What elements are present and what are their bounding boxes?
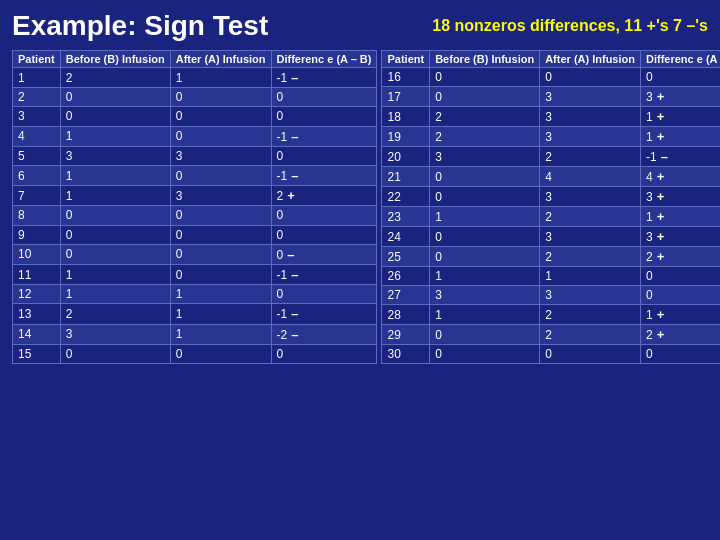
left-col-patient: Patient	[13, 51, 61, 68]
table-cell: 22	[382, 187, 430, 207]
table-cell: 6	[13, 165, 61, 185]
table-cell: 1	[170, 304, 271, 324]
negative-sign: –	[661, 149, 668, 164]
right-table: Patient Before (B) Infusion After (A) In…	[381, 50, 720, 364]
negative-sign: –	[291, 168, 298, 183]
table-row: 2032-1–	[382, 147, 720, 167]
positive-sign: +	[287, 188, 295, 203]
table-cell: 25	[382, 247, 430, 267]
table-cell: 3	[540, 107, 641, 127]
table-cell: 0	[430, 167, 540, 187]
positive-sign: +	[657, 249, 665, 264]
table-cell: -1–	[271, 126, 377, 146]
table-cell: 2	[540, 207, 641, 227]
table-cell: 20	[382, 147, 430, 167]
table-cell: 28	[382, 305, 430, 325]
table-row: 3000	[13, 107, 377, 126]
table-row: 610-1–	[13, 165, 377, 185]
table-cell: 2	[60, 304, 170, 324]
table-row: 16000	[382, 68, 720, 87]
table-cell: 0	[170, 88, 271, 107]
table-cell: 27	[382, 286, 430, 305]
table-cell: 0	[540, 68, 641, 87]
table-cell: 19	[382, 127, 430, 147]
table-cell: 1+	[640, 207, 720, 227]
table-cell: 5	[13, 146, 61, 165]
table-cell: 3	[540, 127, 641, 147]
table-cell: 0	[170, 244, 271, 264]
table-cell: 1	[60, 285, 170, 304]
positive-sign: +	[657, 129, 665, 144]
table-cell: 3	[13, 107, 61, 126]
right-col-patient: Patient	[382, 51, 430, 68]
table-cell: 0	[170, 264, 271, 284]
table-cell: 3	[60, 146, 170, 165]
table-cell: 3	[60, 324, 170, 344]
table-cell: 1	[540, 267, 641, 286]
positive-sign: +	[657, 89, 665, 104]
table-cell: 3	[170, 146, 271, 165]
table-cell: 0	[271, 88, 377, 107]
table-cell: 2+	[271, 186, 377, 206]
table-cell: 14	[13, 324, 61, 344]
table-cell: 12	[13, 285, 61, 304]
table-cell: 3	[540, 87, 641, 107]
table-cell: 2+	[640, 247, 720, 267]
table-cell: 1	[60, 186, 170, 206]
positive-sign: +	[657, 327, 665, 342]
positive-sign: +	[657, 229, 665, 244]
table-row: 1321-1–	[13, 304, 377, 324]
table-cell: 2	[540, 325, 641, 345]
table-cell: 11	[13, 264, 61, 284]
positive-sign: +	[657, 189, 665, 204]
left-col-diff: Differenc e (A – B)	[271, 51, 377, 68]
table-cell: 2+	[640, 325, 720, 345]
table-cell: 0	[430, 87, 540, 107]
table-cell: 0	[430, 345, 540, 364]
left-col-after: After (A) Infusion	[170, 51, 271, 68]
table-row: 2000	[13, 88, 377, 107]
table-cell: 2	[60, 68, 170, 88]
table-cell: 24	[382, 227, 430, 247]
table-cell: -1–	[271, 165, 377, 185]
page: Example: Sign Test 18 nonzeros differenc…	[0, 0, 720, 540]
table-cell: 0	[170, 107, 271, 126]
table-cell: 0	[271, 146, 377, 165]
table-row: 22033+	[382, 187, 720, 207]
table-cell: 0	[60, 225, 170, 244]
negative-sign: –	[287, 247, 294, 262]
table-cell: 4+	[640, 167, 720, 187]
table-cell: 15	[13, 344, 61, 363]
left-table-header-row: Patient Before (B) Infusion After (A) In…	[13, 51, 377, 68]
table-row: 19231+	[382, 127, 720, 147]
table-cell: 0	[170, 206, 271, 225]
table-cell: 0	[271, 285, 377, 304]
table-cell: 0	[170, 344, 271, 363]
negative-sign: –	[291, 327, 298, 342]
table-row: 30000	[382, 345, 720, 364]
table-container: Patient Before (B) Infusion After (A) In…	[12, 50, 708, 364]
negative-sign: –	[291, 70, 298, 85]
table-cell: 1	[430, 305, 540, 325]
table-cell: 3	[170, 186, 271, 206]
table-cell: 3+	[640, 227, 720, 247]
table-cell: 23	[382, 207, 430, 227]
table-cell: -1–	[271, 264, 377, 284]
negative-sign: –	[291, 129, 298, 144]
header-row: Example: Sign Test 18 nonzeros differenc…	[12, 10, 708, 42]
table-cell: 0	[271, 225, 377, 244]
table-cell: 0	[60, 88, 170, 107]
table-cell: -1–	[640, 147, 720, 167]
table-cell: 1	[170, 68, 271, 88]
table-cell: -2–	[271, 324, 377, 344]
table-row: 17033+	[382, 87, 720, 107]
table-row: 7132+	[13, 186, 377, 206]
table-cell: 0	[430, 325, 540, 345]
table-cell: 3	[540, 286, 641, 305]
table-cell: 0	[540, 345, 641, 364]
table-row: 23121+	[382, 207, 720, 227]
table-cell: 3	[430, 147, 540, 167]
table-cell: 0	[60, 206, 170, 225]
table-row: 24033+	[382, 227, 720, 247]
table-cell: 1+	[640, 107, 720, 127]
